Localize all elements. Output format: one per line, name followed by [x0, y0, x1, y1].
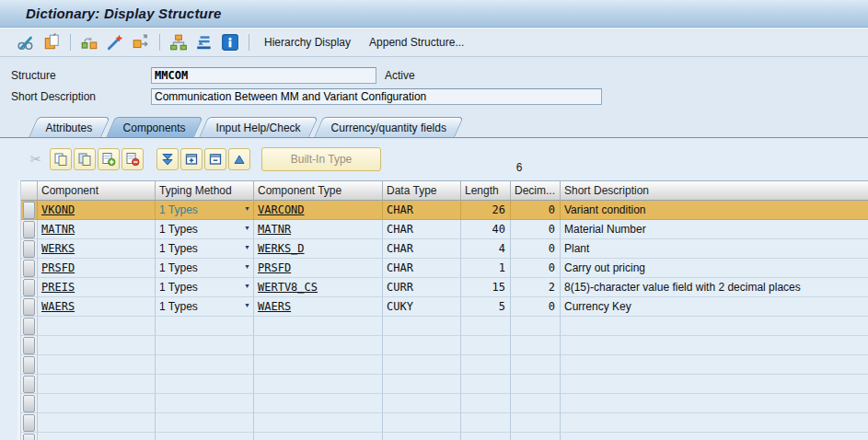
tab-input-help-check[interactable]: Input Help/Check	[199, 117, 318, 137]
column-header-selector[interactable]	[21, 181, 38, 201]
cell-short-description-empty	[561, 317, 868, 336]
structure-input[interactable]	[151, 67, 376, 84]
where-used-icon[interactable]	[78, 31, 100, 53]
row-selector-button[interactable]	[23, 260, 35, 277]
row-selector-cell	[21, 259, 38, 278]
cell-component-empty	[38, 336, 156, 355]
row-selector-button[interactable]	[23, 337, 35, 354]
status-active-label: Active	[385, 69, 415, 82]
row-selector-button[interactable]	[23, 414, 35, 432]
cell-length: 5	[461, 297, 511, 317]
tab-components[interactable]: Components	[106, 117, 203, 137]
dropdown-arrow-icon[interactable]: ▼	[244, 244, 250, 250]
dropdown-arrow-icon[interactable]: ▼	[244, 302, 250, 308]
row-selector-button[interactable]	[23, 240, 35, 258]
dropdown-arrow-icon[interactable]: ▼	[244, 283, 250, 289]
row-selector-button[interactable]	[23, 395, 35, 412]
row-selector-button[interactable]	[23, 298, 35, 316]
sap-window: Dictionary: Display Structure	[0, 0, 868, 440]
row-selector-cell	[21, 239, 38, 259]
cell-component-type[interactable]: VARCOND	[254, 201, 383, 220]
column-header-short-description[interactable]: Short Description	[561, 181, 868, 201]
cell-typing-method[interactable]: 1 Types▼	[156, 239, 254, 259]
tab-currency-quantity-fields[interactable]: Currency/quantity fields	[314, 117, 464, 137]
column-header-data-type[interactable]: Data Type	[383, 181, 461, 201]
cell-length: 40	[461, 220, 511, 239]
cell-component-type[interactable]: WERKS_D	[254, 239, 383, 259]
cell-component-type-empty	[254, 355, 383, 375]
cell-component-type-empty	[254, 394, 383, 413]
navigate-icon[interactable]	[130, 31, 152, 53]
copy-object-icon[interactable]	[41, 31, 63, 53]
insert-row-icon[interactable]	[98, 148, 120, 170]
short-description-input[interactable]	[151, 88, 602, 105]
delete-row-icon[interactable]	[122, 148, 144, 170]
cell-decimals: 0	[511, 259, 561, 278]
cell-component-type-empty	[254, 336, 383, 355]
cell-data-type: CHAR	[383, 201, 461, 220]
column-header-typing-method[interactable]: Typing Method	[156, 181, 254, 201]
cell-length: 15	[461, 278, 511, 297]
window-minus-icon[interactable]	[204, 148, 226, 170]
cell-length: 26	[461, 201, 511, 220]
cell-data-type-empty	[383, 375, 461, 394]
cell-typing-method[interactable]: 1 Types▼	[156, 201, 254, 220]
cell-component[interactable]: PRSFD	[38, 259, 156, 278]
built-in-type-button[interactable]: Built-In Type	[261, 147, 381, 171]
cell-decimals-empty	[511, 433, 561, 440]
cell-component-empty	[38, 413, 156, 433]
cell-short-description-empty	[561, 355, 868, 375]
cell-typing-method[interactable]: 1 Types▼	[156, 297, 254, 317]
cell-component[interactable]: WERKS	[38, 239, 156, 259]
row-selector-cell	[21, 394, 38, 413]
scissors-icon[interactable]: ✂	[25, 148, 47, 170]
wand-icon[interactable]	[104, 31, 126, 53]
display-change-icon[interactable]	[15, 31, 37, 53]
copy-icon[interactable]	[50, 148, 72, 170]
dropdown-arrow-icon[interactable]: ▼	[244, 205, 250, 212]
cell-length-empty	[461, 433, 511, 440]
column-header-component[interactable]: Component	[38, 181, 156, 201]
hierarchy-icon[interactable]	[168, 31, 190, 53]
row-selector-button[interactable]	[23, 434, 35, 440]
cell-component-type-empty	[254, 433, 383, 440]
cell-typing-method[interactable]: 1 Types▼	[156, 220, 254, 239]
window-plus-icon[interactable]	[180, 148, 203, 170]
cell-component-type[interactable]: PRSFD	[254, 259, 383, 278]
cell-component-empty	[38, 375, 156, 394]
copy-append-icon[interactable]	[74, 148, 96, 170]
cell-data-type-empty	[383, 336, 461, 355]
column-header-component-type[interactable]: Component Type	[254, 181, 383, 201]
tab-attributes[interactable]: Attributes	[29, 117, 110, 137]
cell-component-empty	[38, 317, 156, 336]
column-header-decim[interactable]: Decim...	[511, 181, 561, 201]
row-selector-button[interactable]	[23, 202, 35, 219]
row-selector-button[interactable]	[23, 318, 35, 335]
dropdown-arrow-icon[interactable]: ▼	[244, 225, 250, 231]
cell-typing-method[interactable]: 1 Types▼	[156, 259, 254, 278]
object-list-icon[interactable]	[193, 31, 215, 53]
cell-component[interactable]: WAERS	[38, 297, 156, 317]
chevron-up-icon[interactable]	[228, 148, 250, 170]
column-header-length[interactable]: Length	[461, 181, 511, 201]
cell-typing-method[interactable]: 1 Types▼	[156, 278, 254, 297]
cell-component[interactable]: PREIS	[38, 278, 156, 297]
cell-decimals: 0	[511, 239, 561, 259]
cell-component[interactable]: VKOND	[38, 201, 156, 220]
cell-component-type[interactable]: WERTV8_CS	[254, 278, 383, 297]
dropdown-arrow-icon[interactable]: ▼	[244, 263, 250, 270]
double-chevron-down-icon[interactable]	[156, 148, 179, 170]
row-selector-button[interactable]	[23, 221, 35, 238]
cell-component-type[interactable]: MATNR	[254, 220, 383, 239]
cell-decimals-empty	[511, 336, 561, 355]
append-structure-button[interactable]: Append Structure...	[360, 33, 473, 52]
row-selector-button[interactable]	[23, 279, 35, 296]
cell-length-empty	[461, 336, 511, 355]
cell-decimals: 0	[511, 201, 561, 220]
info-icon[interactable]	[219, 31, 241, 53]
row-selector-button[interactable]	[23, 376, 35, 393]
cell-component-type[interactable]: WAERS	[254, 297, 383, 317]
cell-component[interactable]: MATNR	[38, 220, 156, 239]
row-selector-button[interactable]	[23, 356, 35, 374]
hierarchy-display-button[interactable]: Hierarchy Display	[255, 33, 360, 52]
